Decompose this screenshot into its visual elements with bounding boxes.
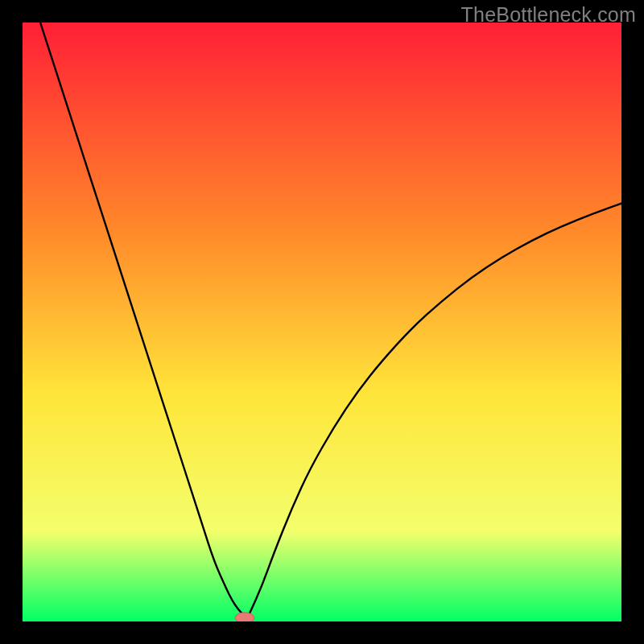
- optimum-marker: [235, 613, 254, 621]
- plot-area: [23, 23, 621, 621]
- chart-frame: TheBottleneck.com: [0, 0, 644, 644]
- watermark-text: TheBottleneck.com: [461, 3, 636, 27]
- bottleneck-chart: [23, 23, 621, 621]
- gradient-background: [23, 23, 621, 621]
